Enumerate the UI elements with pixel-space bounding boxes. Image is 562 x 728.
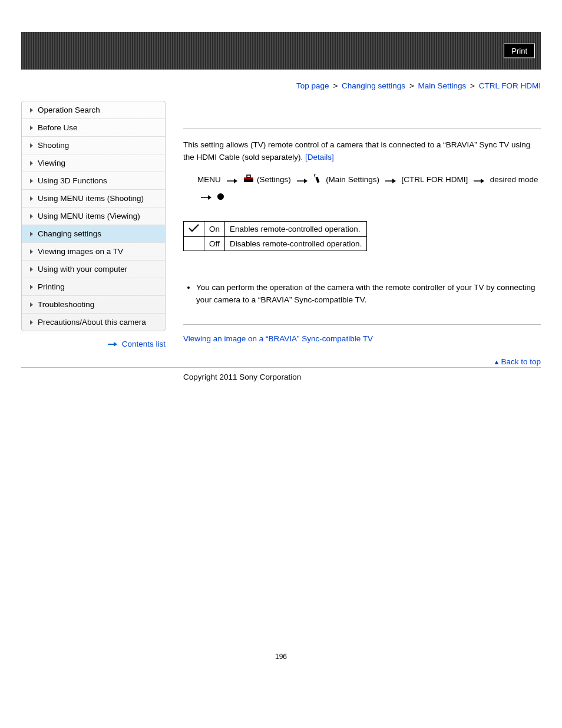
related-link[interactable]: Viewing an image on a “BRAVIA” Sync-comp… bbox=[183, 334, 373, 343]
options-table: OnEnables remote-controlled operation.Of… bbox=[183, 221, 367, 251]
sidebar-item-label: Shooting bbox=[38, 141, 69, 150]
sidebar-item-printing[interactable]: Printing bbox=[22, 278, 165, 296]
checkmark-icon bbox=[189, 224, 199, 232]
center-button-icon bbox=[217, 193, 224, 200]
caret-right-icon bbox=[30, 285, 33, 289]
arrow-right-icon bbox=[108, 340, 120, 348]
sidebar-item-label: Printing bbox=[38, 282, 65, 291]
settings-toolbox-icon bbox=[243, 172, 254, 188]
arrow-right-icon bbox=[297, 172, 308, 188]
related-topic: Viewing an image on a “BRAVIA” Sync-comp… bbox=[183, 334, 541, 343]
sidebar-item-using-menu-items-shooting[interactable]: Using MENU items (Shooting) bbox=[22, 190, 165, 207]
svg-marker-15 bbox=[208, 195, 211, 200]
option-name-cell: Off bbox=[204, 237, 225, 251]
triangle-up-icon: ▲ bbox=[494, 358, 500, 365]
main-settings-wrench-icon bbox=[313, 172, 323, 188]
svg-marker-3 bbox=[234, 179, 237, 183]
breadcrumb: Top page > Changing settings > Main Sett… bbox=[21, 81, 541, 90]
header-banner: Print bbox=[21, 32, 541, 70]
sidebar-item-label: Before Use bbox=[38, 123, 78, 132]
settings-label: (Settings) bbox=[257, 175, 291, 184]
caret-right-icon bbox=[30, 320, 33, 325]
sidebar-item-operation-search[interactable]: Operation Search bbox=[22, 101, 165, 119]
svg-rect-9 bbox=[316, 177, 320, 183]
svg-marker-8 bbox=[304, 179, 308, 183]
breadcrumb-sep: > bbox=[470, 81, 475, 90]
option-desc-cell: Enables remote-controlled operation. bbox=[225, 222, 367, 237]
breadcrumb-sep: > bbox=[333, 81, 338, 90]
divider bbox=[21, 367, 541, 368]
caret-right-icon bbox=[30, 232, 33, 236]
sidebar-item-label: Changing settings bbox=[38, 229, 101, 238]
print-button[interactable]: Print bbox=[504, 44, 535, 58]
caret-right-icon bbox=[30, 108, 33, 113]
arrow-right-icon bbox=[201, 189, 211, 205]
breadcrumb-link-main-settings[interactable]: Main Settings bbox=[418, 81, 467, 90]
arrow-right-icon bbox=[385, 172, 396, 188]
caret-right-icon bbox=[30, 302, 33, 307]
sidebar-item-viewing[interactable]: Viewing bbox=[22, 154, 165, 172]
sidebar-item-precautions-about-this-camera[interactable]: Precautions/About this camera bbox=[22, 314, 165, 331]
breadcrumb-sep: > bbox=[409, 81, 414, 90]
svg-marker-1 bbox=[114, 342, 117, 347]
caret-right-icon bbox=[30, 214, 33, 219]
sidebar-item-label: Viewing images on a TV bbox=[38, 247, 123, 256]
copyright-text: Copyright 2011 Sony Corporation bbox=[183, 371, 301, 381]
sidebar-item-label: Precautions/About this camera bbox=[38, 318, 146, 327]
table-row: OnEnables remote-controlled operation. bbox=[184, 222, 367, 237]
menu-label: MENU bbox=[197, 175, 221, 184]
check-cell bbox=[184, 237, 204, 251]
svg-marker-13 bbox=[481, 179, 484, 183]
svg-rect-6 bbox=[247, 175, 250, 177]
sidebar-nav: Operation SearchBefore UseShootingViewin… bbox=[21, 101, 166, 331]
menu-path: MENU (Settings) (Main Settings) [CTRL FO… bbox=[197, 172, 541, 205]
caret-right-icon bbox=[30, 249, 33, 254]
back-to-top-row: ▲Back to top bbox=[183, 357, 541, 366]
page-number: 196 bbox=[21, 653, 541, 661]
details-link[interactable]: [Details] bbox=[305, 153, 334, 162]
sidebar-item-shooting[interactable]: Shooting bbox=[22, 137, 165, 154]
sidebar-item-label: Troubleshooting bbox=[38, 300, 94, 309]
sidebar-item-before-use[interactable]: Before Use bbox=[22, 119, 165, 137]
intro-paragraph: This setting allows (TV) remote control … bbox=[183, 139, 541, 164]
option-desc-cell: Disables remote-controlled operation. bbox=[225, 237, 367, 251]
intro-text: This setting allows (TV) remote control … bbox=[183, 140, 530, 162]
sidebar-item-troubleshooting[interactable]: Troubleshooting bbox=[22, 296, 165, 314]
sidebar-item-label: Operation Search bbox=[38, 106, 100, 114]
arrow-right-icon bbox=[227, 172, 237, 188]
sidebar-item-using-3d-functions[interactable]: Using 3D Functions bbox=[22, 172, 165, 190]
caret-right-icon bbox=[30, 143, 33, 148]
caret-right-icon bbox=[30, 196, 33, 201]
contents-list-link[interactable]: Contents list bbox=[122, 340, 166, 348]
ctrl-for-hdmi-label: [CTRL FOR HDMI] bbox=[401, 175, 468, 184]
main-settings-label: (Main Settings) bbox=[326, 175, 379, 184]
breadcrumb-link-top[interactable]: Top page bbox=[296, 81, 329, 90]
svg-marker-11 bbox=[392, 179, 396, 183]
sidebar-item-using-menu-items-viewing[interactable]: Using MENU items (Viewing) bbox=[22, 207, 165, 225]
sidebar-item-viewing-images-on-a-tv[interactable]: Viewing images on a TV bbox=[22, 243, 165, 261]
notes-list: You can perform the operation of the cam… bbox=[186, 282, 541, 307]
option-name-cell: On bbox=[204, 222, 225, 237]
breadcrumb-current: CTRL FOR HDMI bbox=[479, 81, 541, 90]
caret-right-icon bbox=[30, 179, 33, 183]
sidebar-item-label: Using 3D Functions bbox=[38, 176, 107, 185]
sidebar-item-using-with-your-computer[interactable]: Using with your computer bbox=[22, 261, 165, 278]
caret-right-icon bbox=[30, 267, 33, 272]
sidebar-item-changing-settings[interactable]: Changing settings bbox=[22, 225, 165, 243]
main-content: This setting allows (TV) remote control … bbox=[183, 101, 541, 366]
caret-right-icon bbox=[30, 126, 33, 130]
note-item: You can perform the operation of the cam… bbox=[196, 282, 541, 307]
sidebar-item-label: Viewing bbox=[38, 159, 65, 167]
caret-right-icon bbox=[30, 161, 33, 166]
back-to-top-link[interactable]: Back to top bbox=[501, 357, 541, 366]
contents-list-link-row: Contents list bbox=[21, 340, 166, 348]
breadcrumb-link-changing-settings[interactable]: Changing settings bbox=[342, 81, 405, 90]
desired-mode-label: desired mode bbox=[490, 175, 538, 184]
sidebar-item-label: Using with your computer bbox=[38, 265, 127, 274]
table-row: OffDisables remote-controlled operation. bbox=[184, 237, 367, 251]
divider bbox=[183, 324, 541, 325]
check-cell bbox=[184, 222, 204, 237]
sidebar-item-label: Using MENU items (Viewing) bbox=[38, 212, 140, 220]
divider bbox=[183, 128, 541, 129]
arrow-right-icon bbox=[474, 172, 484, 188]
